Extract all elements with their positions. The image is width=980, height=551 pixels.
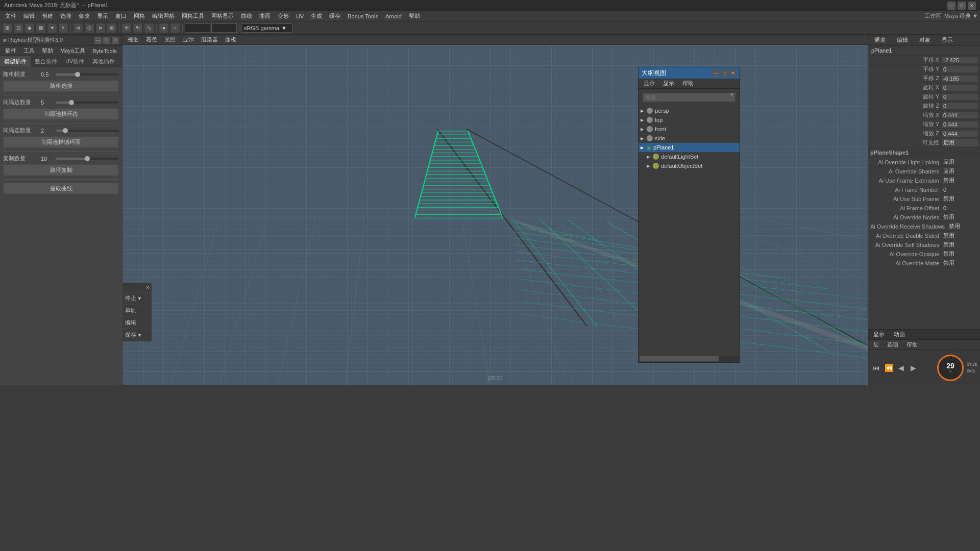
plugin-menu-byte[interactable]: ByteTools — [89, 47, 120, 55]
slider-interval-edge[interactable] — [56, 102, 119, 104]
slider-interval-face[interactable] — [56, 130, 119, 132]
menu-bonus-tools[interactable]: Bonus Tools — [345, 12, 381, 20]
value-input-1[interactable]: 0.00 — [185, 23, 210, 33]
plugin-menu-tools[interactable]: 工具 — [20, 46, 38, 56]
fp-btn-single[interactable]: 单轨 — [123, 305, 152, 317]
playback-prev-prev[interactable]: ⏮ — [871, 364, 881, 372]
menu-mesh-tools[interactable]: 网格工具 — [179, 11, 207, 21]
rp-edit[interactable]: 编辑 — [894, 35, 911, 45]
fp-btn-stop[interactable]: 停止 ▼ — [123, 292, 152, 305]
close-btn[interactable]: ✕ — [968, 2, 976, 10]
br-menu-anim[interactable]: 动画 — [891, 330, 908, 339]
plugin-minimize[interactable]: — — [94, 37, 102, 44]
menu-edit-mesh[interactable]: 编辑网格 — [149, 11, 178, 21]
gamma-dropdown-icon[interactable]: ▼ — [281, 25, 287, 31]
menu-mesh[interactable]: 网格 — [131, 11, 148, 21]
tool-btn-8[interactable]: ◎ — [84, 23, 94, 33]
ol-item-default-light[interactable]: ▶ defaultLightSet — [639, 152, 740, 161]
menu-file[interactable]: 文件 — [2, 11, 19, 21]
tool-btn-10[interactable]: ⊕ — [107, 23, 117, 33]
attr-value-sx[interactable]: 0.444 — [942, 112, 978, 118]
value-input-2[interactable]: 1.00 — [211, 23, 237, 33]
btn-random-select[interactable]: 随机选择 — [3, 80, 119, 92]
menu-arnold[interactable]: Arnold — [382, 12, 405, 20]
maximize-btn[interactable]: □ — [958, 2, 966, 10]
attr-value-rx[interactable]: 0 — [942, 85, 978, 91]
tool-btn-2[interactable]: ⊡ — [13, 23, 23, 33]
tool-btn-4[interactable]: ⊠ — [36, 23, 46, 33]
ol-item-persp[interactable]: ▶ persp — [639, 106, 740, 115]
ol-item-side[interactable]: ▶ side — [639, 134, 740, 143]
br-submenu-help[interactable]: 帮助 — [903, 340, 921, 349]
outliner-maximize[interactable]: □ — [721, 69, 728, 77]
attr-value-sy[interactable]: 0.444 — [942, 121, 978, 128]
ol-item-top[interactable]: ▶ top — [639, 115, 740, 124]
vp-menu-renderer[interactable]: 渲染器 — [198, 35, 221, 44]
plugin-win-btns[interactable]: — □ ✕ — [94, 37, 119, 44]
viewport[interactable]: persp — [122, 45, 868, 385]
plugin-menu-plugin[interactable]: 插件 — [2, 46, 19, 56]
outliner-win-btns[interactable]: — □ ✕ — [712, 69, 737, 77]
btn-extract-curve[interactable]: 提取曲线 — [3, 183, 119, 194]
br-submenu-layer[interactable]: 层 — [870, 340, 882, 349]
btn-interval-edge[interactable]: 间隔选择环边 — [3, 108, 119, 120]
ol-menu-display1[interactable]: 显示 — [641, 79, 658, 88]
slider-duplicate[interactable] — [56, 158, 119, 160]
attr-value-vis[interactable]: 启用 — [942, 139, 978, 146]
menu-edit[interactable]: 编辑 — [20, 11, 38, 21]
menu-deform[interactable]: 变形 — [275, 11, 292, 21]
rp-object[interactable]: 对象 — [916, 35, 934, 45]
tool-btn-6[interactable]: ≡ — [58, 23, 68, 33]
tool-btn-11[interactable]: ● — [159, 23, 169, 33]
float-panel-close[interactable]: ✕ — [145, 285, 150, 290]
fp-save-dropdown[interactable]: ▼ — [137, 333, 142, 338]
vp-menu-light[interactable]: 光照 — [161, 35, 179, 44]
menu-uv[interactable]: UV — [293, 12, 307, 20]
attr-value-sz[interactable]: 0.444 — [942, 131, 978, 137]
tool-btn-1[interactable]: ⊞ — [2, 23, 12, 33]
ol-menu-help[interactable]: 帮助 — [679, 79, 697, 88]
ol-item-default-obj[interactable]: ▶ defaultObjectSet — [639, 161, 740, 170]
playback-next-frame[interactable]: ▶ — [908, 364, 918, 372]
menu-generate[interactable]: 生成 — [308, 11, 325, 21]
workspace-label[interactable]: 工作区: Maya 经典 ▼ — [924, 12, 978, 20]
outliner-search[interactable] — [643, 93, 736, 102]
vp-menu-panel[interactable]: 面板 — [222, 35, 239, 44]
tool-btn-3[interactable]: ◈ — [24, 23, 35, 33]
outliner-minimize[interactable]: — — [712, 69, 719, 77]
menu-modify[interactable]: 修改 — [76, 11, 93, 21]
menu-select[interactable]: 选择 — [57, 11, 75, 21]
br-submenu-option[interactable]: 选项 — [884, 340, 901, 349]
rp-channel[interactable]: 通道 — [871, 35, 889, 45]
ol-item-pplane1[interactable]: ▶ ◉ pPlane1 — [639, 143, 740, 152]
plugin-menu-help[interactable]: 帮助 — [39, 46, 56, 56]
menu-curves[interactable]: 曲线 — [238, 11, 255, 21]
tool-btn-rotate[interactable]: ↻ — [133, 23, 143, 33]
menu-window[interactable]: 窗口 — [112, 11, 130, 21]
fp-btn-edit[interactable]: 编辑 — [123, 317, 152, 329]
rp-display[interactable]: 显示 — [939, 35, 956, 45]
minimize-btn[interactable]: — — [947, 2, 955, 10]
tool-btn-move[interactable]: ✛ — [121, 23, 132, 33]
fp-btn-save[interactable]: 保存 ▼ — [123, 329, 152, 341]
vp-menu-show[interactable]: 显示 — [180, 35, 197, 44]
menu-surfaces[interactable]: 曲面 — [256, 11, 274, 21]
menu-mesh-display[interactable]: 网格显示 — [208, 11, 237, 21]
vp-menu-view[interactable]: 视图 — [125, 35, 142, 44]
btn-interval-face[interactable]: 间隔选择循环面 — [3, 136, 119, 148]
ol-item-front[interactable]: ▶ front — [639, 124, 740, 134]
menu-create[interactable]: 创建 — [39, 11, 56, 21]
outliner-scrollbar-thumb[interactable] — [640, 356, 719, 361]
fp-stop-dropdown[interactable]: ▼ — [137, 296, 142, 301]
playback-prev-frame[interactable]: ◀ — [896, 364, 906, 372]
attr-value-tz[interactable]: -6.185 — [942, 76, 978, 82]
ol-menu-display2[interactable]: 显示 — [660, 79, 677, 88]
tool-btn-5[interactable]: ✦ — [47, 23, 57, 33]
window-controls[interactable]: — □ ✕ — [947, 2, 976, 10]
slider-random[interactable] — [56, 73, 119, 76]
tab-uv-plugin[interactable]: UV插件 — [61, 56, 88, 67]
attr-value-ty[interactable]: 0 — [942, 66, 978, 72]
br-menu-display[interactable]: 显示 — [870, 330, 888, 339]
attr-value-ry[interactable]: 0 — [942, 94, 978, 100]
menu-display[interactable]: 显示 — [94, 11, 111, 21]
